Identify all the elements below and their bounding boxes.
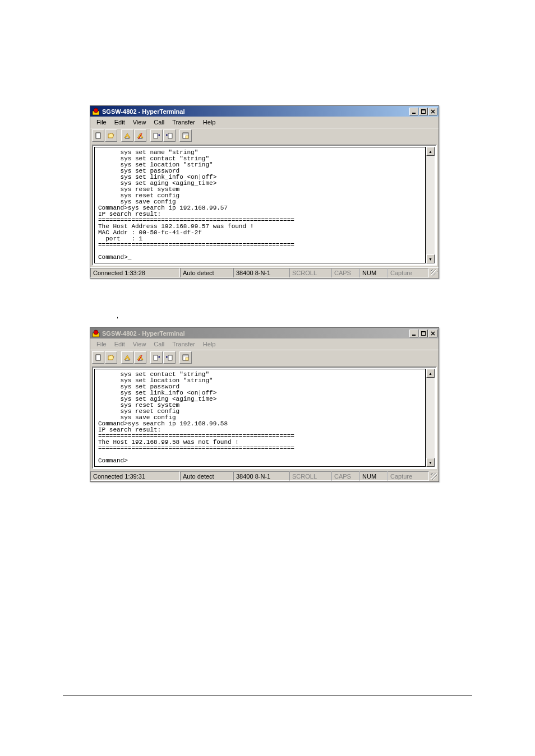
toolbar: [90, 350, 439, 365]
svg-rect-7: [96, 133, 100, 138]
status-num: NUM: [359, 471, 388, 481]
send-icon[interactable]: [150, 351, 163, 364]
svg-rect-28: [168, 355, 172, 360]
status-connected: Connected 1:39:31: [90, 471, 180, 481]
app-icon: [91, 107, 100, 116]
receive-icon[interactable]: [163, 129, 176, 142]
open-icon[interactable]: [105, 351, 117, 364]
terminal-area: sys set contact "string" sys set locatio…: [90, 365, 439, 471]
vertical-scrollbar[interactable]: ▲ ▼: [426, 147, 435, 263]
menu-transfer[interactable]: Transfer: [168, 340, 199, 349]
terminal-output[interactable]: sys set name "string" sys set contact "s…: [94, 147, 426, 263]
svg-rect-31: [186, 358, 188, 360]
svg-rect-18: [412, 335, 416, 336]
status-scroll: SCROLL: [289, 471, 331, 481]
new-icon[interactable]: [92, 351, 104, 364]
svg-rect-23: [96, 355, 100, 360]
menubar: File Edit View Call Transfer Help: [90, 338, 439, 350]
terminal-text: sys set contact "string" sys set locatio…: [98, 372, 422, 464]
scroll-track[interactable]: [426, 156, 435, 254]
menu-edit[interactable]: Edit: [110, 118, 129, 127]
close-button[interactable]: [428, 330, 437, 337]
new-icon[interactable]: [92, 129, 104, 142]
scroll-track[interactable]: [426, 378, 435, 458]
menu-help[interactable]: Help: [199, 118, 220, 127]
svg-rect-11: [154, 133, 158, 138]
maximize-button[interactable]: [419, 330, 428, 337]
statusbar: Connected 1:39:31 Auto detect 38400 8-N-…: [90, 471, 439, 481]
svg-rect-4: [421, 109, 426, 110]
footer-divider: [63, 695, 472, 695]
status-num: NUM: [359, 268, 388, 277]
status-connected: Connected 1:33:28: [90, 268, 180, 277]
statusbar: Connected 1:33:28 Auto detect 38400 8-N-…: [90, 267, 439, 278]
disconnect-icon[interactable]: [134, 129, 146, 142]
window-title: SGSW-4802 - HyperTerminal: [102, 108, 409, 115]
svg-rect-20: [421, 331, 426, 332]
send-icon[interactable]: [150, 129, 163, 142]
menubar: File Edit View Call Transfer Help: [90, 117, 439, 128]
connect-icon[interactable]: [121, 351, 133, 364]
minimize-button[interactable]: [409, 330, 418, 337]
svg-rect-15: [186, 136, 188, 138]
status-detect: Auto detect: [180, 268, 233, 277]
menu-transfer[interactable]: Transfer: [168, 118, 199, 127]
scroll-up-icon[interactable]: ▲: [426, 147, 435, 156]
menu-help[interactable]: Help: [199, 340, 220, 349]
status-capture: Capture: [388, 471, 429, 481]
svg-point-1: [94, 108, 98, 113]
scroll-down-icon[interactable]: ▼: [426, 254, 435, 263]
svg-rect-24: [125, 360, 130, 361]
status-capture: Capture: [388, 268, 429, 277]
properties-icon[interactable]: [179, 129, 192, 142]
app-icon: [91, 329, 100, 338]
maximize-button[interactable]: [419, 108, 428, 115]
resize-grip[interactable]: [429, 471, 439, 481]
menu-view[interactable]: View: [129, 340, 150, 349]
vertical-scrollbar[interactable]: ▲ ▼: [426, 369, 435, 467]
svg-rect-2: [412, 113, 416, 114]
status-detect: Auto detect: [180, 471, 233, 481]
svg-rect-12: [168, 133, 172, 138]
receive-icon[interactable]: [163, 351, 176, 364]
status-baud: 38400 8-N-1: [233, 471, 289, 481]
svg-rect-27: [154, 355, 158, 360]
scroll-up-icon[interactable]: ▲: [426, 369, 435, 378]
connect-icon[interactable]: [121, 129, 133, 142]
menu-file[interactable]: File: [93, 340, 110, 349]
menu-edit[interactable]: Edit: [110, 340, 129, 349]
minimize-button[interactable]: [409, 108, 418, 115]
status-baud: 38400 8-N-1: [233, 268, 289, 277]
menu-view[interactable]: View: [129, 118, 150, 127]
close-button[interactable]: [428, 108, 437, 115]
hyperterminal-window-2: SGSW-4802 - HyperTerminal File Edit View…: [90, 327, 439, 482]
scroll-down-icon[interactable]: ▼: [426, 458, 435, 467]
menu-call[interactable]: Call: [150, 340, 168, 349]
titlebar[interactable]: SGSW-4802 - HyperTerminal: [90, 328, 439, 338]
properties-icon[interactable]: [179, 351, 192, 364]
terminal-area: sys set name "string" sys set contact "s…: [90, 143, 439, 267]
toolbar: [90, 128, 439, 143]
open-icon[interactable]: [105, 129, 117, 142]
terminal-output[interactable]: sys set contact "string" sys set locatio…: [94, 369, 426, 467]
caption-1: ,: [117, 312, 445, 319]
menu-call[interactable]: Call: [150, 118, 168, 127]
disconnect-icon[interactable]: [134, 351, 146, 364]
status-caps: CAPS: [331, 268, 359, 277]
menu-file[interactable]: File: [93, 118, 110, 127]
resize-grip[interactable]: [429, 268, 439, 277]
window-title: SGSW-4802 - HyperTerminal: [102, 330, 409, 337]
status-caps: CAPS: [331, 471, 359, 481]
svg-rect-8: [125, 138, 130, 139]
hyperterminal-window-1: SGSW-4802 - HyperTerminal File Edit View…: [90, 105, 439, 279]
svg-point-17: [94, 330, 98, 335]
status-scroll: SCROLL: [289, 268, 331, 277]
titlebar[interactable]: SGSW-4802 - HyperTerminal: [90, 106, 439, 117]
terminal-text: sys set name "string" sys set contact "s…: [98, 150, 422, 261]
